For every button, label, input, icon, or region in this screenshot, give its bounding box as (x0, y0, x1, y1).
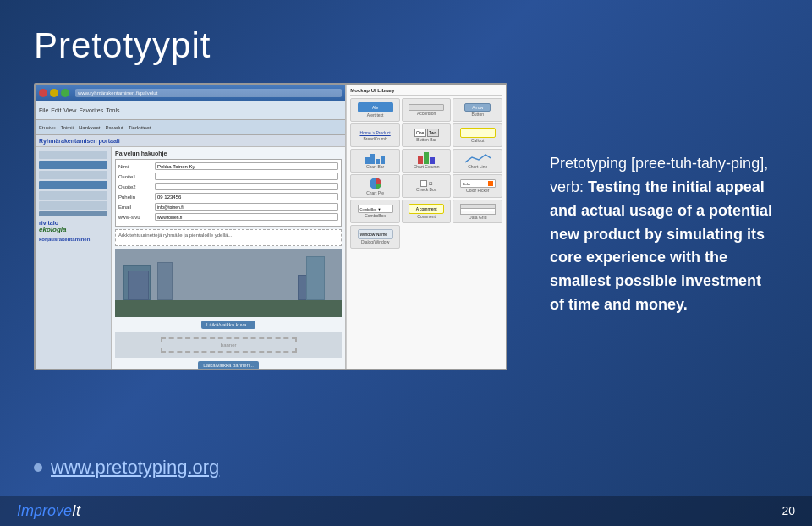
button-area-2: Läikä/vaikka banneri... (115, 361, 342, 369)
form-row: www-sivu www.toinen.fi (118, 213, 338, 221)
widget-item: Arrow Button (453, 98, 502, 122)
form-row: Osoite2 (118, 183, 338, 190)
widget-item: Home > Product BreadCrumb (350, 123, 400, 147)
sidebar-item[interactable] (39, 191, 107, 200)
widget-item: Chart Line (453, 149, 502, 173)
address2-input[interactable] (155, 183, 338, 190)
address-bar[interactable]: www.ryhmärakentaminen.fi/palvelut (75, 89, 342, 97)
phone-input[interactable]: 09 123456 (155, 193, 338, 200)
form-row: Email info@toinen.fi (118, 203, 338, 211)
widget-item: ComboBox ▼ ComboBox (350, 200, 400, 223)
address1-input[interactable] (155, 173, 338, 180)
contact-box: Nimi Pekka Toinen Ky Osoite1 Osoite2 (115, 159, 342, 227)
widget-item: Window Name Dialog/Window (350, 225, 400, 249)
widget-item: Chart Pie (350, 174, 400, 198)
sidebar-item[interactable] (39, 181, 107, 189)
page-number: 20 (782, 504, 795, 518)
definition-bold: Testing the initial appeal and actual us… (550, 178, 772, 313)
improveit-logo: ImproveIt (17, 502, 80, 520)
widget-item: Chart Column (402, 149, 452, 173)
close-button[interactable] (39, 89, 47, 97)
form-row: Nimi Pekka Toinen Ky (118, 162, 338, 170)
widget-grid: Ale Alert text Accordion Arrow (350, 98, 502, 249)
widget-item: Accordion (402, 98, 452, 122)
bottom-bar: ImproveIt 20 (0, 496, 812, 526)
titlebar: www.ryhmärakentaminen.fi/palvelut (36, 85, 345, 101)
logo-highlight: Improve (17, 502, 72, 519)
bullet-icon (34, 463, 42, 472)
nav-bar: Etusivu Toimii Hankkeet Palvelut Tiedott… (36, 120, 345, 135)
left-column: Pretotyypit www.ryhmärakentaminen.fi/pal… (34, 25, 524, 436)
form-content: Palvelun hakuohje Nimi Pekka Toinen Ky O… (112, 147, 345, 369)
bottom-area: www.pretotyping.org (0, 444, 812, 496)
sidebar-item[interactable] (39, 151, 107, 159)
name-input[interactable]: Pekka Toinen Ky (155, 162, 338, 170)
slide-title: Pretotyypit (34, 25, 524, 66)
slide-container: Pretotyypit www.ryhmärakentaminen.fi/pal… (0, 0, 812, 526)
pretotyping-link[interactable]: www.pretotyping.org (51, 457, 219, 479)
browser-window: www.ryhmärakentaminen.fi/palvelut File E… (36, 85, 346, 369)
sidebar-item[interactable] (39, 171, 107, 179)
sidebar-item-active[interactable] (39, 161, 107, 169)
top-area: Pretotyypit www.ryhmärakentaminen.fi/pal… (0, 0, 812, 444)
widget-item: Color Color Picker (453, 174, 502, 198)
website-input[interactable]: www.toinen.fi (155, 213, 338, 221)
definition-text: Pretotyping [pree-tuh-tahy-ping], verb: … (550, 152, 778, 317)
widget-item: Callout (453, 123, 502, 147)
widget-item: One Two Button Bar (402, 123, 452, 147)
image-area (115, 249, 342, 317)
form-row: Puhelin 09 123456 (118, 193, 338, 200)
upload-banner-button[interactable]: Läikä/vaikka banneri... (198, 361, 259, 369)
email-input[interactable]: info@toinen.fi (155, 203, 338, 211)
widget-item: Ale Alert text (350, 98, 400, 122)
sidebar-item[interactable] (39, 201, 107, 210)
description-box[interactable]: Arkkitehtuurinettejä ryhmälle ja piental… (115, 229, 342, 246)
maximize-button[interactable] (61, 89, 69, 97)
main-content: rivitalo ekologia korjausrakentaminen Pa… (36, 147, 345, 369)
sidebar-item[interactable] (39, 211, 107, 216)
page-heading: Ryhmärakentamisen portaali (36, 135, 345, 147)
widget-panel: Mockup UI Library Ale Alert text Accord (346, 85, 506, 369)
sidebar: rivitalo ekologia korjausrakentaminen (36, 147, 112, 369)
widget-panel-title: Mockup UI Library (350, 88, 502, 96)
screenshot-inner: www.ryhmärakentaminen.fi/palvelut File E… (36, 85, 506, 369)
screenshot-container: www.ryhmärakentaminen.fi/palvelut File E… (34, 83, 508, 370)
button-area: Läikä/vaikka kuva... (115, 321, 342, 329)
verb-label: verb: (550, 178, 588, 195)
menu-bar: File Edit View Favorites Tools (36, 101, 345, 120)
widget-item: ☑ Check Box (402, 174, 452, 198)
minimize-button[interactable] (50, 89, 58, 97)
right-column: Pretotyping [pree-tuh-tahy-ping], verb: … (524, 25, 778, 436)
building-image (115, 249, 342, 317)
definition-intro: Pretotyping [pree-tuh-tahy-ping], (550, 155, 768, 172)
widget-item: Data Grid (453, 200, 502, 223)
banner-area: banner (115, 332, 342, 358)
upload-image-button[interactable]: Läikä/vaikka kuva... (201, 321, 255, 329)
widget-item: A comment Comment (402, 200, 452, 223)
form-row: Osoite1 (118, 173, 338, 180)
widget-item: Chart Bar (350, 149, 400, 173)
sidebar-text: rivitalo ekologia (39, 220, 107, 232)
form-title: Palvelun hakuohje (115, 151, 342, 156)
